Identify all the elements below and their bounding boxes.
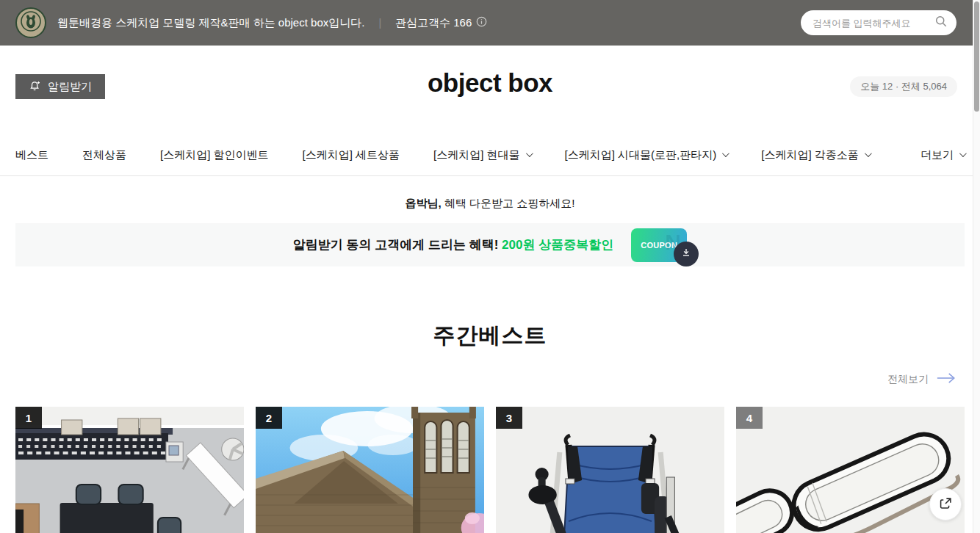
view-all-label: 전체보기	[887, 373, 929, 386]
product-card[interactable]: 2	[256, 407, 484, 533]
product-image-office-interior	[15, 407, 244, 533]
nav-item-modern[interactable]: [스케치업] 현대물	[433, 148, 531, 162]
info-icon[interactable]	[476, 16, 487, 29]
nav-item-label: [스케치업] 각종소품	[761, 148, 859, 162]
product-card[interactable]: 1	[15, 407, 244, 533]
nav-item-best[interactable]: 베스트	[15, 148, 48, 162]
nav-item-label: [스케치업] 현대물	[433, 148, 520, 162]
nav-item-label: [스케치업] 시대물(로판,판타지)	[565, 148, 717, 162]
followers-label: 관심고객수 166	[395, 16, 472, 30]
store-description: 웹툰배경용 스케치업 모델링 제작&판매 하는 object box입니다.	[57, 16, 364, 30]
nav-item-set-products[interactable]: [스케치업] 세트상품	[303, 148, 400, 162]
rank-badge: 4	[736, 407, 763, 429]
topbar: 웹툰배경용 스케치업 모델링 제작&판매 하는 object box입니다. |…	[0, 0, 980, 46]
coupon-widget: N COUPON	[631, 228, 687, 262]
store-title[interactable]: object box	[0, 68, 980, 98]
share-icon	[937, 496, 954, 514]
category-nav: 베스트 전체상품 [스케치업] 할인이벤트 [스케치업] 세트상품 [스케치업]…	[0, 135, 980, 176]
topbar-divider: |	[378, 17, 381, 29]
product-image-white-shoes	[736, 407, 965, 533]
coupon-banner-text: 알림받기 동의 고객에게 드리는 혜택! 200원 상품중복할인	[293, 236, 613, 253]
coupon-banner-highlight: 200원 상품중복할인	[502, 238, 613, 252]
coupon-button-label: COUPON	[641, 241, 677, 250]
chevron-down-icon	[722, 150, 729, 157]
arrow-right-icon	[936, 371, 956, 387]
coupon-banner: 알림받기 동의 고객에게 드리는 혜택! 200원 상품중복할인 N COUPO…	[15, 223, 965, 266]
view-all-link[interactable]: 전체보기	[0, 371, 980, 387]
nav-item-label: [스케치업] 할인이벤트	[160, 148, 269, 162]
scrollbar-track[interactable]	[973, 0, 980, 533]
product-image-wheelchair	[496, 407, 724, 533]
nav-item-period[interactable]: [스케치업] 시대물(로판,판타지)	[565, 148, 728, 162]
nav-more-button[interactable]: 더보기	[920, 148, 965, 162]
store-header: 알림받기 object box 오늘 12 · 전체 5,064	[0, 46, 980, 135]
chevron-down-icon	[959, 150, 967, 157]
rank-badge: 2	[256, 407, 282, 429]
visitor-count-badge: 오늘 12 · 전체 5,064	[850, 76, 957, 97]
nav-item-props[interactable]: [스케치업] 각종소품	[761, 148, 870, 162]
store-logo[interactable]	[15, 7, 46, 38]
chevron-down-icon	[526, 150, 533, 157]
search-icon[interactable]	[934, 15, 948, 31]
coupon-banner-label: 알림받기 동의 고객에게 드리는 혜택!	[293, 238, 499, 252]
scrollbar-thumb[interactable]	[974, 1, 979, 112]
search-input[interactable]	[813, 18, 934, 29]
benefit-greeting: 옵박님, 혜택 다운받고 쇼핑하세요!	[0, 197, 980, 211]
nav-item-sale-event[interactable]: [스케치업] 할인이벤트	[160, 148, 269, 162]
product-card[interactable]: 4	[736, 407, 965, 533]
search-box[interactable]	[801, 10, 956, 35]
product-image-brick-church	[256, 407, 484, 533]
store-crest-icon	[20, 10, 42, 35]
nav-more-label: 더보기	[920, 148, 954, 162]
rank-badge: 3	[496, 407, 522, 429]
followers-count: 관심고객수 166	[395, 16, 487, 30]
rank-badge: 1	[15, 407, 42, 429]
nav-item-label: 베스트	[15, 148, 48, 162]
share-button[interactable]	[929, 488, 962, 521]
nav-item-all-products[interactable]: 전체상품	[82, 148, 126, 162]
greeting-username: 옵박님,	[406, 197, 442, 209]
product-card[interactable]: 3	[496, 407, 724, 533]
nav-item-label: 전체상품	[82, 148, 126, 162]
weekly-best-grid: 1	[15, 407, 965, 533]
download-icon	[680, 247, 692, 261]
coupon-download-button[interactable]	[674, 242, 699, 266]
weekly-best-title: 주간베스트	[0, 321, 980, 351]
chevron-down-icon	[865, 150, 872, 157]
greeting-text: 혜택 다운받고 쇼핑하세요!	[442, 197, 575, 209]
nav-item-label: [스케치업] 세트상품	[303, 148, 400, 162]
